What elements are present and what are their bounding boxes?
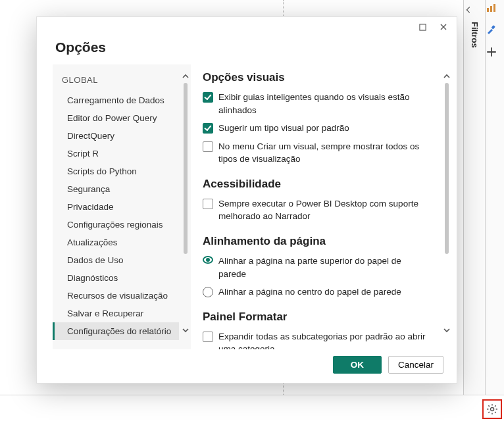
dialog-title: Opções: [37, 37, 457, 64]
sidebar-item-python-scripts[interactable]: Scripts do Python: [53, 162, 179, 180]
section-format-pane: Painel Formatar: [203, 310, 442, 324]
options-sidebar: GLOBAL Carregamento de Dados Editor do P…: [53, 64, 191, 349]
maximize-button[interactable]: [415, 19, 430, 35]
close-button[interactable]: [436, 19, 451, 35]
options-dialog: Opções GLOBAL Carregamento de Dados Edit…: [36, 16, 457, 384]
radio-align-center[interactable]: [203, 287, 213, 297]
chevron-up-icon: [182, 72, 189, 80]
sidebar-item-data-load[interactable]: Carregamento de Dados: [53, 91, 179, 109]
sidebar-item-security[interactable]: Segurança: [53, 180, 179, 198]
sidebar-item-pq-editor[interactable]: Editor do Power Query: [53, 109, 179, 127]
filters-pane-label: Filtros: [470, 22, 480, 48]
sidebar-item-report-settings[interactable]: Configurações do relatório: [53, 322, 179, 340]
bottom-border: [0, 395, 504, 395]
sidebar-item-diagnostics[interactable]: Diagnósticos: [53, 269, 179, 287]
filters-collapsed-pane[interactable]: Filtros: [464, 0, 486, 395]
build-visual-icon[interactable]: [486, 3, 504, 15]
right-panels-strip: Filtros: [463, 0, 504, 395]
settings-gear-button[interactable]: [482, 399, 502, 419]
label-enhanced-narrator: Sempre executar o Power BI Desktop com s…: [218, 197, 430, 223]
format-visual-icon[interactable]: [486, 24, 504, 37]
scrollbar-thumb[interactable]: [445, 83, 449, 254]
sidebar-item-regional[interactable]: Configurações regionais: [53, 216, 179, 234]
expand-left-icon: [464, 5, 485, 16]
section-page-alignment: Alinhamento da página: [203, 235, 442, 248]
sidebar-item-r-script[interactable]: Script R: [53, 145, 179, 162]
main-scrollbar[interactable]: [443, 72, 450, 334]
radio-align-top[interactable]: [203, 256, 213, 264]
sidebar-scrollbar[interactable]: [182, 72, 189, 334]
svg-rect-1: [490, 6, 492, 12]
section-accessibility: Acessibilidade: [203, 178, 442, 191]
add-visual-icon[interactable]: [486, 46, 504, 60]
sidebar-item-privacy[interactable]: Privacidade: [53, 198, 179, 216]
options-main-pane: Opções visuais Exibir guias inteligentes…: [191, 64, 451, 349]
checkbox-suggest-visual-type[interactable]: [203, 123, 213, 134]
visualizations-collapsed-pane: [486, 0, 504, 395]
sidebar-item-updates[interactable]: Atualizações: [53, 234, 179, 251]
chevron-down-icon: [182, 326, 189, 334]
gear-icon: [486, 403, 498, 415]
sidebar-item-directquery[interactable]: DirectQuery: [53, 127, 179, 145]
sidebar-item-usage-data[interactable]: Dados de Uso: [53, 251, 179, 269]
label-align-top: Alinhar a página na parte superior do pa…: [218, 255, 430, 280]
chevron-up-icon: [443, 72, 451, 80]
cancel-button[interactable]: Cancelar: [388, 356, 443, 374]
dialog-footer: OK Cancelar: [37, 349, 457, 383]
sidebar-section-global: GLOBAL: [53, 71, 191, 91]
svg-rect-0: [487, 8, 489, 12]
label-align-center: Alinhar a página no centro do papel de p…: [218, 285, 401, 299]
sidebar-section-current-file: ARQUIVO ATUAL: [53, 340, 191, 349]
svg-point-4: [490, 407, 493, 410]
ok-button[interactable]: OK: [333, 356, 382, 374]
svg-rect-2: [493, 4, 495, 12]
checkbox-smart-guides[interactable]: [203, 92, 213, 103]
svg-rect-3: [491, 25, 495, 29]
checkbox-expand-subcategories[interactable]: [203, 332, 213, 342]
dialog-titlebar: [37, 17, 457, 37]
section-visual-options: Opções visuais: [203, 71, 442, 84]
sidebar-item-save-recover[interactable]: Salvar e Recuperar: [53, 305, 179, 322]
sidebar-item-preview-features[interactable]: Recursos de visualização: [53, 287, 179, 305]
scrollbar-thumb[interactable]: [184, 83, 188, 254]
label-suggest-visual-type: Sugerir um tipo visual por padrão: [218, 122, 349, 135]
checkbox-enhanced-narrator[interactable]: [203, 199, 213, 209]
label-smart-guides: Exibir guias inteligentes quando os visu…: [218, 91, 430, 116]
label-show-all-visual-types: No menu Criar um visual, sempre mostrar …: [218, 140, 430, 166]
label-expand-subcategories: Expandir todas as subcategorias por padr…: [218, 330, 430, 349]
svg-rect-5: [419, 24, 425, 30]
checkbox-show-all-visual-types[interactable]: [203, 141, 213, 152]
chevron-down-icon: [443, 326, 451, 334]
